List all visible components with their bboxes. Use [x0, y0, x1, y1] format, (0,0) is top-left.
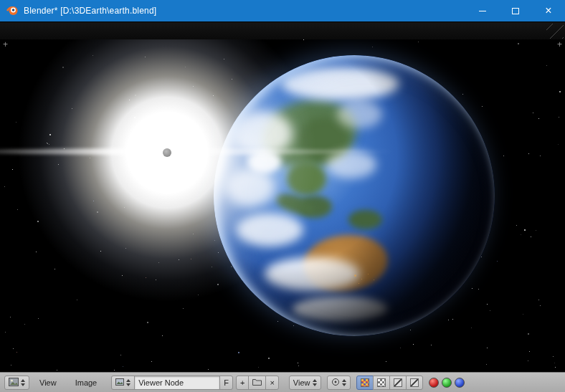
image-editor-icon: [9, 378, 19, 388]
blender-window: Blender* [D:\3DEarth\earth.blend] ×: [0, 0, 565, 392]
fake-user-button[interactable]: F: [219, 376, 233, 390]
region-expand-widget-right[interactable]: +: [557, 40, 562, 49]
green-channel-button[interactable]: [442, 378, 452, 388]
pivot-icon: [331, 378, 340, 388]
checker-icon: [377, 378, 386, 387]
window-controls: ×: [466, 0, 565, 21]
blender-logo-icon: [6, 4, 19, 17]
chevron-updown-icon: [342, 379, 346, 386]
open-image-button[interactable]: [248, 376, 266, 390]
atmosphere-rim: [214, 55, 495, 336]
chevron-updown-icon: [126, 379, 130, 386]
draw-channel-color-toggle[interactable]: [373, 376, 390, 390]
region-expand-widget-left[interactable]: +: [3, 40, 8, 49]
maximize-button[interactable]: [499, 0, 532, 21]
red-channel-button[interactable]: [429, 378, 439, 388]
view-dropdown-label: View: [293, 378, 310, 387]
colored-checker-icon: [361, 378, 369, 387]
earth-render: [214, 55, 495, 336]
blue-channel-button[interactable]: [455, 378, 465, 388]
menu-view[interactable]: View: [35, 378, 61, 387]
close-button[interactable]: ×: [532, 0, 565, 21]
maximize-icon: [512, 8, 519, 14]
chevron-updown-icon: [21, 379, 25, 386]
diagonal-icon: [410, 378, 419, 387]
view-dropdown[interactable]: View: [289, 376, 321, 390]
pivot-selector[interactable]: [327, 376, 351, 390]
folder-icon: [252, 378, 262, 387]
region-resize-corner[interactable]: [546, 24, 564, 39]
editor-type-selector[interactable]: [4, 376, 29, 390]
image-editor-header: View Image Viewer Node F +: [0, 372, 565, 392]
info-header: [0, 21, 565, 39]
close-icon: ×: [545, 5, 551, 16]
diagonal-icon: [394, 378, 402, 387]
menu-image[interactable]: Image: [71, 378, 102, 387]
unlink-image-button[interactable]: ×: [265, 376, 278, 390]
new-image-button[interactable]: +: [236, 376, 249, 390]
minimize-button[interactable]: [466, 0, 499, 21]
draw-channel-color-alpha-toggle[interactable]: [356, 376, 374, 390]
image-editor-viewport[interactable]: + +: [0, 39, 565, 372]
draw-channel-z-toggle[interactable]: [406, 376, 423, 390]
browse-image-button[interactable]: [111, 376, 135, 390]
draw-channel-alpha-toggle[interactable]: [389, 376, 407, 390]
chevron-updown-icon: [313, 379, 317, 386]
window-title: Blender* [D:\3DEarth\earth.blend]: [24, 6, 156, 16]
titlebar: Blender* [D:\3DEarth\earth.blend] ×: [0, 0, 565, 21]
image-thumbnail-icon: [115, 378, 124, 387]
minimize-icon: [479, 11, 486, 11]
image-name-field[interactable]: Viewer Node: [134, 376, 220, 390]
